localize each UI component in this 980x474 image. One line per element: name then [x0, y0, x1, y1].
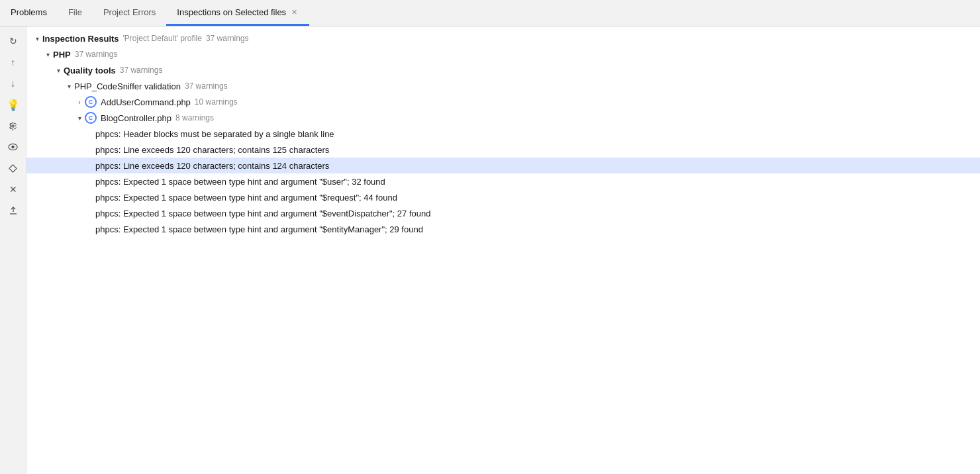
export-icon[interactable] — [4, 201, 23, 220]
root-profile: 'Project Default' profile — [123, 34, 202, 43]
gear-icon[interactable] — [4, 117, 23, 135]
root-name: Inspection Results — [42, 34, 119, 44]
message-1-text: phpcs: Header blocks must be separated b… — [95, 129, 334, 139]
message-3[interactable]: phpcs: Line exceeds 120 characters; cont… — [26, 158, 980, 173]
add-user-toggle[interactable]: › — [74, 97, 85, 107]
blog-name: BlogController.php — [101, 113, 172, 123]
message-2[interactable]: phpcs: Line exceeds 120 characters; cont… — [26, 142, 980, 158]
bulb-icon[interactable]: 💡 — [4, 95, 23, 114]
tab-problems-label: Problems — [11, 7, 47, 17]
message-1[interactable]: phpcs: Header blocks must be separated b… — [26, 126, 980, 142]
message-4-text: phpcs: Expected 1 space between type hin… — [95, 177, 385, 187]
message-5-text: phpcs: Expected 1 space between type hin… — [95, 193, 397, 203]
tree-root[interactable]: ▾ Inspection Results 'Project Default' p… — [26, 30, 980, 46]
tree-php[interactable]: ▾ PHP 37 warnings — [26, 46, 980, 62]
app-container: Problems File Project Errors Inspections… — [0, 0, 980, 474]
tree-codesniffer[interactable]: ▾ PHP_CodeSniffer validation 37 warnings — [26, 78, 980, 94]
down-icon[interactable]: ↓ — [4, 74, 23, 93]
tab-inspections-label: Inspections on Selected files — [177, 7, 286, 17]
diamond-icon[interactable] — [4, 159, 23, 177]
blog-count: 8 warnings — [175, 113, 214, 122]
message-7-text: phpcs: Expected 1 space between type hin… — [95, 224, 423, 234]
tree-blog-controller[interactable]: ▾ C BlogController.php 8 warnings — [26, 110, 980, 126]
tree-add-user-command[interactable]: › C AddUserCommand.php 10 warnings — [26, 94, 980, 110]
tree-panel[interactable]: ▾ Inspection Results 'Project Default' p… — [26, 26, 980, 474]
message-7[interactable]: phpcs: Expected 1 space between type hin… — [26, 221, 980, 237]
tree-quality-tools[interactable]: ▾ Quality tools 37 warnings — [26, 62, 980, 78]
sidebar: ↻ ↑ ↓ 💡 ✕ — [0, 26, 26, 474]
php-name: PHP — [53, 50, 71, 60]
tab-file-label: File — [68, 7, 82, 17]
message-4[interactable]: phpcs: Expected 1 space between type hin… — [26, 173, 980, 189]
blog-toggle[interactable]: ▾ — [74, 113, 85, 123]
message-6-text: phpcs: Expected 1 space between type hin… — [95, 209, 430, 218]
codesniffer-name: PHP_CodeSniffer validation — [74, 81, 181, 91]
root-toggle[interactable]: ▾ — [32, 33, 42, 44]
message-2-text: phpcs: Line exceeds 120 characters; cont… — [95, 145, 329, 155]
add-user-count: 10 warnings — [195, 97, 238, 107]
quality-tools-name: Quality tools — [64, 66, 116, 75]
main-content: ↻ ↑ ↓ 💡 ✕ — [0, 26, 980, 474]
blog-php-icon: C — [85, 112, 97, 124]
message-6[interactable]: phpcs: Expected 1 space between type hin… — [26, 205, 980, 221]
php-toggle[interactable]: ▾ — [42, 49, 53, 60]
tab-inspections[interactable]: Inspections on Selected files ✕ — [166, 0, 309, 26]
tab-problems[interactable]: Problems — [0, 0, 58, 26]
tab-project-errors-label: Project Errors — [103, 7, 156, 17]
tab-bar: Problems File Project Errors Inspections… — [0, 0, 980, 26]
php-count: 37 warnings — [75, 50, 118, 59]
close-icon[interactable]: ✕ — [4, 180, 23, 199]
svg-point-1 — [11, 146, 15, 149]
tab-file[interactable]: File — [58, 0, 93, 26]
quality-tools-count: 37 warnings — [120, 66, 163, 75]
codesniffer-count: 37 warnings — [185, 81, 228, 91]
quality-tools-toggle[interactable]: ▾ — [53, 65, 64, 75]
tab-inspections-close[interactable]: ✕ — [290, 7, 299, 17]
up-icon[interactable]: ↑ — [4, 53, 23, 71]
root-count: 37 warnings — [206, 34, 249, 43]
refresh-icon[interactable]: ↻ — [4, 32, 23, 50]
eye-icon[interactable] — [4, 138, 23, 156]
add-user-name: AddUserCommand.php — [101, 97, 191, 107]
add-user-php-icon: C — [85, 96, 97, 108]
message-5[interactable]: phpcs: Expected 1 space between type hin… — [26, 189, 980, 205]
message-3-text: phpcs: Line exceeds 120 characters; cont… — [95, 161, 329, 171]
codesniffer-toggle[interactable]: ▾ — [64, 81, 74, 91]
tab-project-errors[interactable]: Project Errors — [93, 0, 166, 26]
